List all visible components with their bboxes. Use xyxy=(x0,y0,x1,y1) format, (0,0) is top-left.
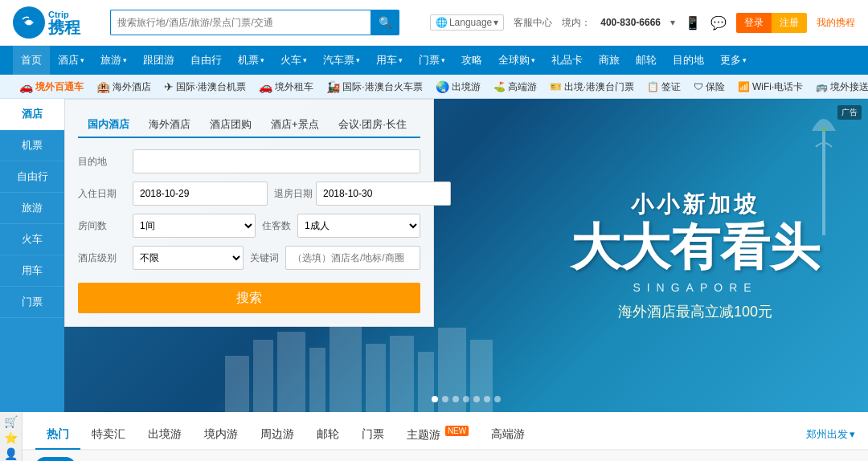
banner-dot-1[interactable] xyxy=(432,396,438,402)
subnav-wifi[interactable]: 📶 WiFi·电话卡 xyxy=(731,75,809,99)
register-button[interactable]: 注册 xyxy=(772,13,807,33)
nav-hotel[interactable]: 酒店▾ xyxy=(50,46,92,75)
subnav-luxury-tour[interactable]: ⛳ 高端游 xyxy=(487,75,543,99)
chevron-down-icon: ▾ xyxy=(493,17,498,28)
checkin-input[interactable] xyxy=(133,182,268,206)
wechat-icon[interactable]: 💬 xyxy=(710,15,727,31)
subtab-europe[interactable]: 欧洲 xyxy=(217,457,257,461)
sidebar-flight[interactable]: 机票 xyxy=(0,130,64,161)
guests-select[interactable]: 1成人2成人 xyxy=(297,214,420,238)
banner-dot-6[interactable] xyxy=(484,396,490,402)
nav-home[interactable]: 首页 xyxy=(13,46,50,75)
search-input[interactable] xyxy=(110,10,371,35)
tab-domestic[interactable]: 境内游 xyxy=(193,421,249,450)
nav-global-shop[interactable]: 全球购▾ xyxy=(490,46,543,75)
language-button[interactable]: 🌐 Language ▾ xyxy=(430,14,504,31)
search-button[interactable]: 🔍 xyxy=(371,10,399,35)
banner-dot-5[interactable] xyxy=(473,396,480,402)
keyword-label: 关键词 xyxy=(244,251,285,265)
mobile-icon[interactable]: 📱 xyxy=(685,15,701,31)
subnav-overseas-car[interactable]: 🚗 境外百通车 xyxy=(13,75,90,99)
banner-dot-2[interactable] xyxy=(442,396,448,402)
nav-group-tour[interactable]: 跟团游 xyxy=(135,46,182,75)
nav-more[interactable]: 更多▾ xyxy=(712,46,755,75)
tab-ticket[interactable]: 门票 xyxy=(350,421,395,450)
dates-row: 入住日期 退房日期 xyxy=(78,182,420,206)
subnav-label: 国际·港澳台火车票 xyxy=(342,75,422,99)
tab-hotel-scenic[interactable]: 酒店+景点 xyxy=(261,112,329,137)
nav-bus[interactable]: 汽车票▾ xyxy=(315,46,368,75)
destination-input[interactable] xyxy=(133,149,420,173)
nav-free-tour[interactable]: 自由行 xyxy=(182,46,230,75)
tab-theme[interactable]: 主题游 NEW xyxy=(395,420,480,451)
subtab-domestic[interactable]: 境内 xyxy=(35,457,76,461)
nav-ticket[interactable]: 门票▾ xyxy=(411,46,453,75)
search-submit-button[interactable]: 搜索 xyxy=(78,283,420,313)
svg-rect-8 xyxy=(390,336,414,412)
subnav-airport-pickup[interactable]: 🚌 境外接送机 xyxy=(809,75,868,99)
nav-cruise[interactable]: 邮轮 xyxy=(628,46,665,75)
subnav-insurance[interactable]: 🛡 保险 xyxy=(687,75,731,99)
person-icon[interactable]: 👤 xyxy=(4,447,18,460)
svg-rect-6 xyxy=(330,324,362,412)
login-button[interactable]: 登录 xyxy=(736,13,772,33)
tab-luxury[interactable]: 高端游 xyxy=(480,421,536,450)
shopping-icon[interactable]: 🛒 xyxy=(4,415,18,428)
subtab-japan[interactable]: 日本 xyxy=(126,457,166,461)
subnav-outbound-ticket[interactable]: 🎫 出境·港澳台门票 xyxy=(543,75,641,99)
subnav-intl-train[interactable]: 🚂 国际·港澳台火车票 xyxy=(320,75,428,99)
hotel-search-form: 国内酒店 海外酒店 酒店团购 酒店+景点 会议·团房·长住 目的地 入住日期 退… xyxy=(64,99,434,327)
customer-service-link[interactable]: 客服中心 xyxy=(514,16,552,30)
tab-domestic-hotel[interactable]: 国内酒店 xyxy=(78,112,139,138)
tab-outbound[interactable]: 出境游 xyxy=(137,421,193,450)
rooms-select[interactable]: 1间2间3间 xyxy=(133,214,256,238)
tab-sale[interactable]: 特卖汇 xyxy=(80,421,137,450)
rooms-row: 房间数 1间2间3间 住客数 1成人2成人 xyxy=(78,214,420,238)
nav-gift-card[interactable]: 礼品卡 xyxy=(543,46,591,75)
tab-hotel-meeting[interactable]: 会议·团房·长住 xyxy=(329,112,416,137)
nav-business[interactable]: 商旅 xyxy=(591,46,628,75)
checkout-input[interactable] xyxy=(316,182,451,206)
sidebar-car[interactable]: 用车 xyxy=(0,255,64,287)
tab-overseas-hotel[interactable]: 海外酒店 xyxy=(139,112,200,137)
subtab-oceania[interactable]: 澳中东非 xyxy=(297,457,358,461)
star-icon[interactable]: ⭐ xyxy=(4,431,18,444)
header: Ctrip 携程 🔍 🌐 Language ▾ 客服中心 境内： 400-830… xyxy=(0,0,868,46)
sidebar-free-tour[interactable]: 自由行 xyxy=(0,161,64,193)
logo-icon xyxy=(13,6,45,39)
nav-guide[interactable]: 攻略 xyxy=(453,46,490,75)
sidebar-ticket[interactable]: 门票 xyxy=(0,287,64,318)
sidebar-hotel[interactable]: 酒店 xyxy=(0,99,64,130)
my-ctrip-link[interactable]: 我的携程 xyxy=(817,16,855,30)
tab-nearby[interactable]: 周边游 xyxy=(249,421,305,450)
banner-dot-4[interactable] xyxy=(463,396,469,402)
nav-train[interactable]: 火车▾ xyxy=(272,46,315,75)
sidebar-train[interactable]: 火车 xyxy=(0,224,64,255)
nav-car[interactable]: 用车▾ xyxy=(368,46,411,75)
departure-selector[interactable]: 郑州出发 ▾ xyxy=(806,427,855,442)
keyword-input[interactable] xyxy=(285,246,420,270)
banner-dot-7[interactable] xyxy=(494,396,501,402)
hotel-level-select[interactable]: 不限五星/豪华四星/高档三星/舒适 xyxy=(133,246,244,270)
tab-cruise[interactable]: 邮轮 xyxy=(305,421,350,450)
subtab-hk-tw[interactable]: 港澳台 xyxy=(76,457,126,461)
subtab-america[interactable]: 美洲 xyxy=(257,457,297,461)
subtab-southeast-asia[interactable]: 东南亚 xyxy=(166,457,217,461)
banner-dot-3[interactable] xyxy=(452,396,459,402)
logo[interactable]: Ctrip 携程 xyxy=(13,6,80,39)
tab-hot[interactable]: 热门 xyxy=(35,421,80,450)
tab-hotel-group[interactable]: 酒店团购 xyxy=(200,112,261,137)
hero-promo-text: 海外酒店最高立减100元 xyxy=(571,302,820,321)
nav-flight[interactable]: 机票▾ xyxy=(230,46,272,75)
subnav-intl-flight[interactable]: ✈ 国际·港澳台机票 xyxy=(158,75,252,99)
subnav-overseas-hotel[interactable]: 🏨 海外酒店 xyxy=(90,75,158,99)
subnav-overseas-car-rental[interactable]: 🚗 境外租车 xyxy=(252,75,320,99)
subnav-visa[interactable]: 📋 签证 xyxy=(641,75,687,99)
nav-destination[interactable]: 目的地 xyxy=(665,46,712,75)
hotel-level-label: 酒店级别 xyxy=(78,251,133,265)
sidebar-tour[interactable]: 旅游 xyxy=(0,193,64,224)
destination-row: 目的地 xyxy=(78,149,420,173)
nav-travel[interactable]: 旅游▾ xyxy=(92,46,135,75)
subnav-label: 境外接送机 xyxy=(830,75,868,99)
subnav-outbound-tour[interactable]: 🌏 出境游 xyxy=(429,75,487,99)
